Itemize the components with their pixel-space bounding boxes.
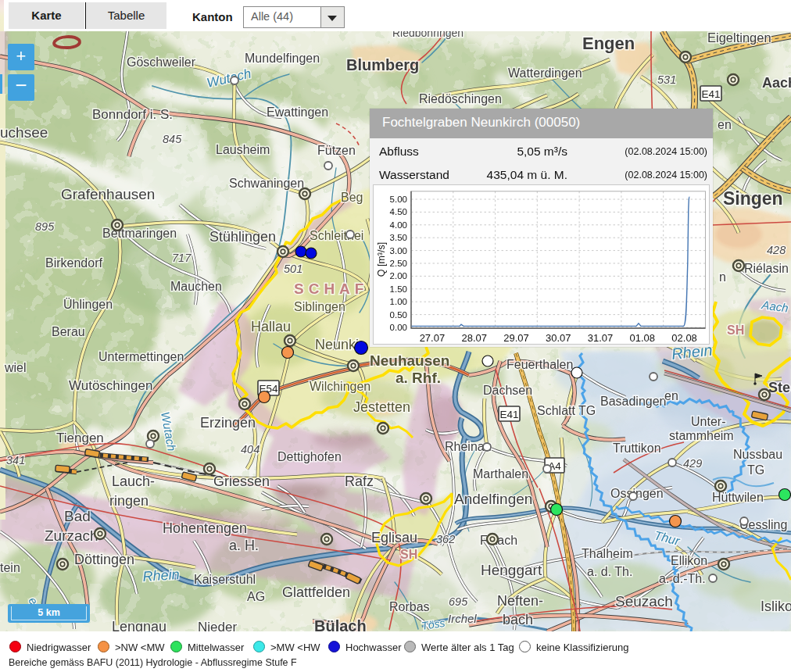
- svg-text:E41: E41: [701, 88, 720, 100]
- svg-text:Basadingen: Basadingen: [600, 395, 667, 408]
- svg-text:Singen: Singen: [723, 188, 783, 209]
- svg-text:en: en: [718, 118, 732, 131]
- svg-text:362: 362: [436, 533, 455, 545]
- svg-text:Ellikon: Ellikon: [671, 554, 707, 567]
- svg-text:0.00: 0.00: [390, 323, 407, 332]
- svg-text:Riélasin: Riélasin: [744, 262, 789, 275]
- svg-text:404: 404: [241, 443, 259, 456]
- svg-text:3.00: 3.00: [390, 246, 407, 256]
- svg-text:Engen: Engen: [582, 34, 635, 53]
- svg-text:717: 717: [172, 252, 191, 264]
- svg-text:0.50: 0.50: [390, 310, 407, 320]
- svg-text:3.50: 3.50: [390, 233, 407, 242]
- svg-text:4.00: 4.00: [390, 220, 407, 230]
- svg-text:Bad: Bad: [64, 508, 91, 524]
- svg-text:Seuzach: Seuzach: [615, 593, 673, 609]
- svg-text:501: 501: [284, 263, 302, 275]
- svg-text:a. d. Th.: a. d. Th.: [587, 565, 632, 578]
- svg-text:AG: AG: [247, 590, 265, 603]
- svg-text:Marthalen: Marthalen: [473, 467, 528, 481]
- svg-text:ringen: ringen: [109, 493, 149, 509]
- svg-text:Göschweiler: Göschweiler: [127, 55, 196, 69]
- svg-text:Blumberg: Blumberg: [346, 56, 419, 73]
- svg-text:5.00: 5.00: [390, 195, 407, 204]
- svg-text:Schleithei: Schleithei: [310, 229, 363, 242]
- svg-text:Feuerthalen: Feuerthalen: [506, 358, 573, 371]
- svg-text:Tiengen: Tiengen: [56, 431, 104, 445]
- svg-text:845: 845: [163, 133, 182, 145]
- svg-text:895: 895: [35, 220, 55, 233]
- svg-text:Lausheim: Lausheim: [216, 143, 270, 156]
- svg-text:Rorbas: Rorbas: [389, 600, 430, 613]
- svg-text:stammheim: stammheim: [669, 429, 734, 442]
- svg-text:Irchel: Irchel: [448, 612, 477, 625]
- svg-text:429: 429: [683, 457, 702, 470]
- svg-text:Neuhausen: Neuhausen: [370, 352, 449, 369]
- svg-text:Rhein: Rhein: [142, 567, 180, 584]
- svg-text:Mundelfingen: Mundelfingen: [245, 52, 320, 65]
- svg-text:Truttikon: Truttikon: [613, 441, 661, 455]
- svg-text:Riedöschingen: Riedöschingen: [419, 92, 502, 105]
- svg-text:Wutöschingen: Wutöschingen: [69, 378, 152, 393]
- svg-text:Zurzach: Zurzach: [45, 527, 98, 544]
- svg-text:Q [m³/s]: Q [m³/s]: [376, 242, 387, 277]
- svg-text:Andelfingen: Andelfingen: [454, 491, 532, 507]
- svg-text:Berau: Berau: [52, 325, 85, 338]
- svg-text:Neften-: Neften-: [497, 593, 543, 609]
- svg-text:bach: bach: [503, 612, 533, 627]
- svg-text:1.50: 1.50: [390, 284, 407, 294]
- svg-text:01.08: 01.08: [630, 332, 656, 344]
- svg-text:Bülach: Bülach: [314, 617, 367, 631]
- svg-text:Riedböhringen: Riedböhringen: [392, 31, 464, 39]
- svg-text:4.50: 4.50: [390, 207, 407, 216]
- svg-text:Kaiserstuhl: Kaiserstuhl: [194, 573, 256, 586]
- svg-text:Griessen: Griessen: [213, 474, 270, 489]
- svg-text:n: n: [719, 270, 726, 284]
- svg-text:wiel: wiel: [4, 361, 27, 374]
- svg-text:a. Rhf.: a. Rhf.: [396, 370, 441, 386]
- svg-text:Unter-: Unter-: [691, 415, 725, 428]
- svg-text:Nussbau: Nussbau: [733, 448, 782, 461]
- svg-text:30.07: 30.07: [546, 332, 571, 344]
- svg-text:Thalheim: Thalheim: [582, 547, 633, 560]
- svg-text:28.07: 28.07: [461, 332, 487, 344]
- svg-text:a. H.: a. H.: [229, 538, 259, 553]
- svg-text:Isliko: Isliko: [761, 599, 791, 614]
- svg-text:Wilchingen: Wilchingen: [310, 380, 370, 393]
- svg-text:Henggart: Henggart: [481, 562, 542, 578]
- svg-text:Watterdingen: Watterdingen: [508, 66, 582, 80]
- svg-text:Lengnau: Lengnau: [112, 619, 166, 631]
- svg-text:TG: TG: [747, 463, 764, 477]
- svg-text:Ste: Ste: [768, 380, 790, 395]
- svg-text:428: 428: [767, 244, 786, 256]
- svg-text:E41: E41: [499, 409, 518, 420]
- svg-text:29.07: 29.07: [503, 332, 529, 344]
- svg-text:Hallau: Hallau: [251, 319, 291, 334]
- svg-text:SH: SH: [400, 548, 417, 561]
- svg-text:Aach: Aach: [762, 75, 791, 91]
- svg-text:Birkendorf: Birkendorf: [45, 256, 102, 270]
- svg-text:Döttingen: Döttingen: [74, 552, 134, 567]
- svg-text:Stühlingen: Stühlingen: [209, 229, 276, 245]
- svg-text:a. d.-Th.: a. d.-Th.: [659, 572, 706, 585]
- svg-text:Neunki: Neunki: [315, 337, 359, 352]
- svg-text:2.50: 2.50: [390, 259, 407, 268]
- svg-text:Glattfelden: Glattfelden: [282, 584, 350, 600]
- svg-text:Schwaningen: Schwaningen: [229, 177, 304, 190]
- svg-text:Eglisau: Eglisau: [371, 530, 417, 545]
- svg-text:531: 531: [657, 73, 676, 86]
- svg-text:27.07: 27.07: [420, 332, 446, 344]
- svg-text:2.00: 2.00: [390, 271, 407, 281]
- svg-text:Eigeltingen: Eigeltingen: [707, 31, 771, 45]
- svg-text:Hohentengen: Hohentengen: [163, 520, 247, 536]
- svg-text:Ewattingen: Ewattingen: [267, 105, 328, 119]
- svg-text:1.00: 1.00: [390, 297, 407, 306]
- svg-text:341: 341: [6, 454, 25, 466]
- svg-text:31.07: 31.07: [588, 332, 614, 344]
- svg-text:Bonndorf i. S.: Bonndorf i. S.: [92, 107, 173, 122]
- svg-text:Lauch-: Lauch-: [112, 474, 155, 489]
- svg-text:Mauchen: Mauchen: [170, 280, 222, 293]
- svg-text:SCHAF: SCHAF: [294, 281, 368, 297]
- svg-text:tein: tein: [0, 561, 20, 574]
- svg-text:Untermettingen: Untermettingen: [98, 350, 184, 363]
